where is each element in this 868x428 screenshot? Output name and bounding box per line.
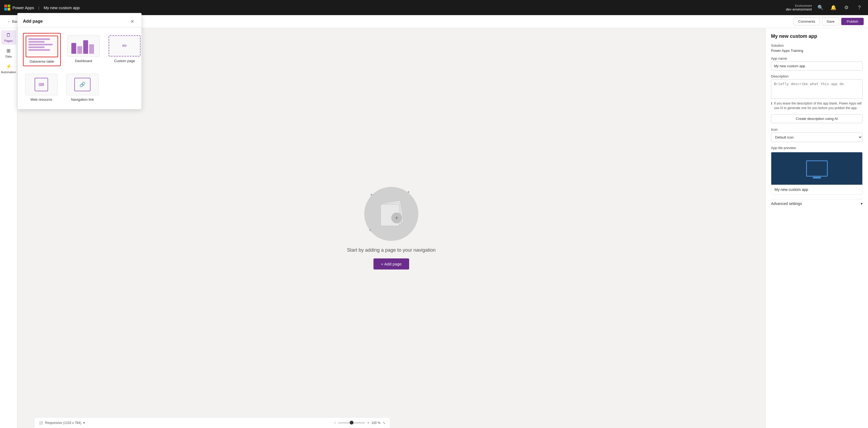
- dialog-body-row1: Dataverse table Dashboard: [18, 28, 141, 72]
- app-name-input[interactable]: [771, 62, 863, 70]
- dataverse-option-icon: [26, 36, 58, 57]
- custom-pencil-icon: ✏: [122, 42, 127, 50]
- zoom-out-icon[interactable]: −: [334, 421, 336, 425]
- add-page-dialog: Add page ✕ Dataverse table: [17, 13, 142, 109]
- page-option-nav-link[interactable]: 🔗 Navigation link: [64, 72, 101, 104]
- search-icon[interactable]: 🔍: [816, 3, 825, 12]
- sidebar-item-data[interactable]: ⊞ Data: [1, 46, 16, 60]
- ms-squares-icon: [4, 5, 10, 10]
- brand-label: Power Apps: [12, 5, 34, 10]
- web-resource-option-label: Web resource: [31, 97, 53, 102]
- sparkle-icon-1: ✦: [370, 192, 373, 197]
- description-label: Description: [771, 74, 863, 78]
- page-option-dataverse[interactable]: Dataverse table: [23, 33, 61, 66]
- info-icon: ℹ: [771, 101, 772, 110]
- app-name-topbar: My new custom app: [43, 5, 80, 10]
- zoom-value: 100 %: [371, 421, 380, 425]
- solution-label: Solution: [771, 43, 863, 47]
- publish-button[interactable]: Publish: [841, 18, 864, 25]
- app-name-label: App name: [771, 57, 863, 61]
- dashboard-option-icon: [67, 35, 100, 57]
- sidebar-item-automation-label: Automation: [1, 70, 16, 74]
- help-icon[interactable]: ?: [855, 3, 864, 12]
- dash-bar-4: [89, 44, 94, 54]
- right-panel-title: My new custom app: [771, 33, 863, 39]
- solution-value: Power Apps Training: [771, 48, 863, 53]
- nav-chain-icon: 🔗: [74, 78, 91, 91]
- web-link-icon: ⌨: [39, 83, 44, 87]
- advanced-settings-toggle[interactable]: Advanced settings ▾: [771, 199, 863, 208]
- dash-bar-2: [77, 46, 82, 54]
- description-textarea[interactable]: [771, 79, 863, 99]
- responsive-chevron[interactable]: ▾: [83, 421, 85, 425]
- ai-note: ℹ If you leave the description of this a…: [771, 101, 863, 110]
- environment-value: dev environment: [786, 7, 812, 11]
- dash-bar-3: [83, 40, 88, 54]
- pages-icon: 🗒: [6, 32, 11, 38]
- dv-line-5: [28, 49, 50, 51]
- sidebar-item-automation[interactable]: ⚡ Automation: [1, 61, 16, 76]
- page-option-dashboard[interactable]: Dashboard: [65, 33, 102, 66]
- page-option-custom[interactable]: ✏ Custom page: [106, 33, 143, 66]
- automation-icon: ⚡: [6, 63, 11, 69]
- dialog-title: Add page: [23, 19, 43, 24]
- ai-note-text: If you leave the description of this app…: [774, 101, 863, 110]
- web-inner-icon: ⌨: [35, 78, 48, 91]
- app-tile-label: App tile preview: [771, 146, 863, 150]
- save-button[interactable]: Save: [822, 18, 839, 25]
- nav-link-option-label: Navigation link: [71, 97, 94, 102]
- advanced-settings-label: Advanced settings: [771, 201, 802, 206]
- pages-stack: +: [378, 202, 405, 226]
- sparkle-icon-3: ✦: [368, 228, 372, 233]
- environment-block: Environment dev environment: [786, 4, 812, 11]
- custom-option-label: Custom page: [114, 59, 135, 63]
- topbar-right: Environment dev environment 🔍 🔔 ⚙ ?: [786, 3, 864, 12]
- zoom-thumb: [350, 421, 353, 425]
- zoom-in-icon[interactable]: +: [367, 421, 369, 425]
- sparkle-icon-2: ✦: [407, 190, 410, 195]
- dashboard-icon-art: [67, 35, 99, 57]
- toolbar-actions: Comments Save Publish: [794, 18, 864, 25]
- dash-bar-1: [71, 43, 76, 54]
- zoom-slider[interactable]: [338, 422, 365, 423]
- settings-icon[interactable]: ⚙: [842, 3, 851, 12]
- environment-label: Environment: [786, 4, 812, 7]
- canvas-empty-state: ✦ ✦ ✦ + Start by adding a page to your n…: [347, 187, 436, 269]
- sidebar: 🗒 Pages ⊞ Data ⚡ Automation: [0, 28, 17, 428]
- dataverse-lines: [26, 36, 58, 57]
- dashboard-option-label: Dashboard: [75, 59, 92, 63]
- right-panel: My new custom app Solution Power Apps Tr…: [765, 28, 868, 428]
- sidebar-item-data-label: Data: [5, 55, 11, 58]
- dialog-body-row2: ⌨ Web resource 🔗 Navigation link: [18, 72, 141, 109]
- comments-button[interactable]: Comments: [794, 18, 820, 25]
- monitor-icon: [806, 160, 828, 176]
- advanced-settings-chevron: ▾: [861, 201, 863, 206]
- bottom-bar: ⬜ Responsive (1316 x 784) ▾ − + 100 % ⤡: [35, 417, 390, 428]
- canvas-add-page-button[interactable]: + Add page: [373, 258, 409, 269]
- dataverse-option-label: Dataverse table: [29, 59, 54, 63]
- icon-label: Icon: [771, 127, 863, 132]
- responsive-icon: ⬜: [39, 421, 43, 425]
- dv-line-4: [28, 46, 44, 48]
- icon-select[interactable]: Default icon: [771, 133, 863, 142]
- page-option-web-resource[interactable]: ⌨ Web resource: [23, 72, 60, 104]
- dv-line-3: [28, 44, 53, 45]
- ms-logo: Power Apps: [4, 5, 34, 10]
- sidebar-item-pages-label: Pages: [4, 39, 13, 42]
- custom-icon-art: ✏: [108, 35, 141, 57]
- data-icon: ⊞: [6, 48, 10, 54]
- title-separator: |: [38, 6, 39, 10]
- nav-icon-art: 🔗: [66, 74, 98, 95]
- notification-icon[interactable]: 🔔: [829, 3, 838, 12]
- dialog-close-button[interactable]: ✕: [128, 18, 136, 25]
- app-tile-name: My new custom app: [771, 185, 862, 194]
- sidebar-item-pages[interactable]: 🗒 Pages: [1, 30, 16, 44]
- ai-description-button[interactable]: Create description using AI: [771, 114, 863, 123]
- app-tile: My new custom app: [771, 152, 863, 195]
- canvas-empty-icon: ✦ ✦ ✦ +: [364, 187, 418, 241]
- dialog-empty-cell: [105, 72, 136, 104]
- zoom-fit-icon[interactable]: ⤡: [383, 421, 385, 425]
- nav-link-option-icon: 🔗: [66, 74, 99, 95]
- zoom-controls: − + 100 % ⤡: [334, 421, 385, 425]
- add-page-circle: +: [391, 212, 402, 223]
